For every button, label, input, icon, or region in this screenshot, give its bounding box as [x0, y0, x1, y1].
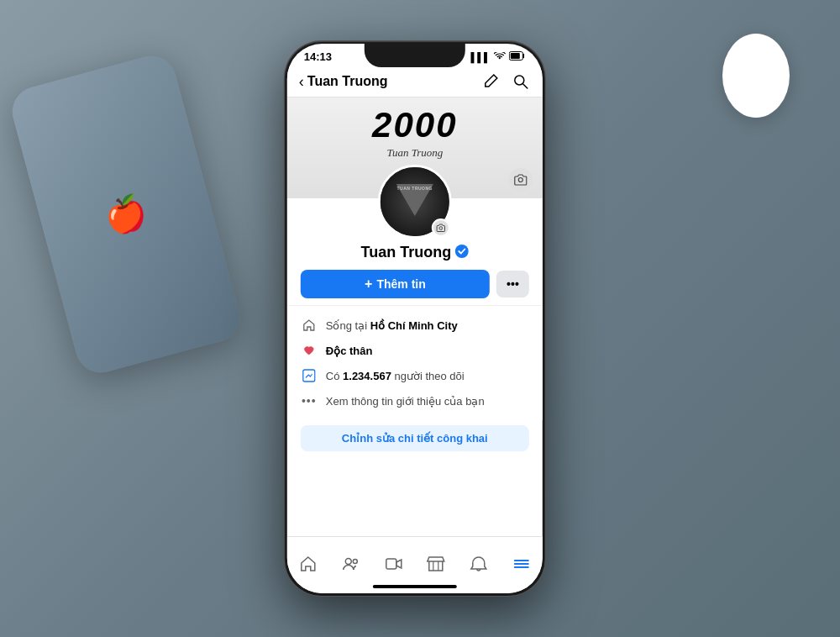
phone-frame: 14:13 ▌▌▌ [285, 41, 545, 596]
nav-bar: ‹ Tuan Truong [287, 66, 543, 97]
more-info-icon: ••• [301, 392, 318, 409]
svg-point-8 [345, 558, 351, 564]
scene: 🍎 14:13 ▌▌▌ [0, 0, 840, 637]
followers-text: Có 1.234.567 người theo dõi [326, 370, 465, 382]
cover-camera-button[interactable] [509, 168, 533, 192]
status-time: 14:13 [304, 50, 332, 63]
heart-icon [301, 342, 318, 359]
edit-icon[interactable] [480, 71, 501, 92]
cover-signature: Tuan Truong [386, 146, 443, 160]
nav-icons [480, 71, 531, 92]
avatar-text: TUAN TRUONG [397, 186, 433, 191]
nav-back-button[interactable]: ‹ Tuan Truong [299, 73, 480, 91]
info-row-more[interactable]: ••• Xem thông tin giới thiệu của bạn [301, 388, 529, 413]
wifi-icon [494, 52, 506, 62]
status-icons: ▌▌▌ [470, 51, 525, 62]
search-icon[interactable] [511, 71, 531, 92]
relationship-text: Độc thân [326, 345, 373, 357]
svg-point-9 [353, 559, 357, 563]
svg-rect-10 [386, 559, 396, 569]
nav-video[interactable] [372, 548, 415, 573]
nav-notification[interactable] [457, 548, 500, 573]
add-info-button[interactable]: + Thêm tin [301, 270, 490, 298]
add-info-label: Thêm tin [376, 277, 425, 291]
avatar-container: TUAN TRUONG [378, 165, 452, 239]
cover-year-text: 2000 [372, 108, 457, 143]
info-row-status: Độc thân [301, 338, 529, 363]
profile-section: TUAN TRUONG Tuan Truong [287, 198, 543, 305]
more-button[interactable]: ••• [496, 271, 529, 297]
nav-home[interactable] [287, 548, 330, 573]
verified-badge-icon [455, 245, 469, 261]
signal-icon: ▌▌▌ [470, 52, 490, 62]
view-intro-text: Xem thông tin giới thiệu của bạn [326, 395, 485, 408]
nav-menu[interactable] [500, 548, 543, 573]
svg-rect-1 [511, 53, 520, 59]
avatar-camera-button[interactable] [432, 218, 450, 237]
svg-point-4 [518, 178, 522, 182]
nav-marketplace[interactable] [415, 548, 458, 573]
edit-public-button[interactable]: Chỉnh sửa chi tiết công khai [301, 425, 529, 451]
svg-point-6 [455, 245, 469, 258]
battery-icon [509, 51, 526, 62]
info-row-followers: Có 1.234.567 người theo dõi [301, 363, 529, 388]
back-chevron-icon: ‹ [299, 73, 304, 91]
nav-friends[interactable] [329, 548, 372, 573]
home-indicator [373, 585, 457, 588]
profile-name-row: Tuan Truong [360, 244, 469, 261]
svg-point-5 [439, 227, 443, 230]
add-info-icon: + [365, 276, 372, 292]
notch [365, 44, 465, 67]
svg-point-2 [515, 76, 524, 85]
bg-airpods [722, 34, 790, 118]
home-icon [301, 317, 318, 334]
location-text: Sống tại Hồ Chí Minh City [326, 319, 458, 332]
bg-phone-left: 🍎 [7, 50, 245, 378]
info-row-location: Sống tại Hồ Chí Minh City [301, 313, 529, 338]
more-icon: ••• [507, 277, 519, 291]
profile-name: Tuan Truong [360, 244, 451, 261]
apple-logo: 🍎 [101, 190, 151, 239]
svg-line-3 [523, 84, 528, 88]
nav-title: Tuan Truong [307, 74, 388, 89]
followers-icon [301, 367, 318, 384]
phone-screen: 14:13 ▌▌▌ [287, 44, 543, 593]
action-buttons: + Thêm tin ••• [301, 270, 529, 298]
info-section: Sống tại Hồ Chí Minh City Độc thân [287, 305, 543, 420]
phone-container: 14:13 ▌▌▌ [285, 41, 545, 596]
